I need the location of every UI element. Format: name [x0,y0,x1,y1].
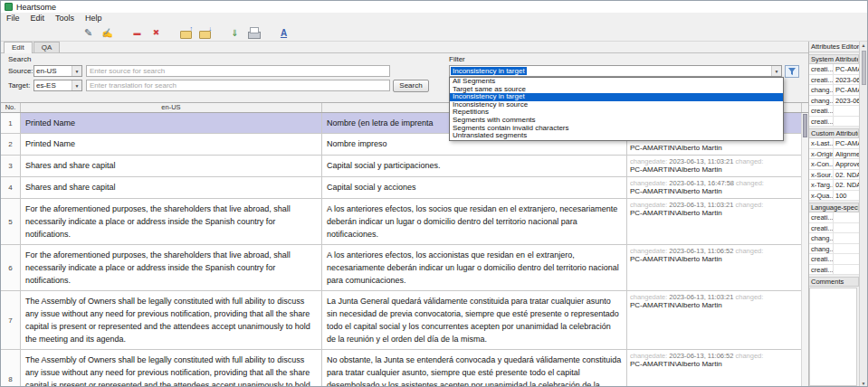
attribute-value: Alignme... [834,149,859,159]
app-icon [5,3,13,11]
changedate-value: 2023-06-13, 11:03:21 [669,201,733,209]
attribute-key: creati... [809,75,834,85]
target-cell[interactable]: A los anteriores efectos, los accionista… [322,245,627,290]
attribute-key: creati... [809,265,834,275]
attribute-row[interactable]: x-Con... Approve... [809,159,859,170]
attribute-row[interactable]: x-Sour... 02. NDA... [809,170,859,181]
table-row[interactable]: 4 Shares and share capital Capital socia… [1,177,808,199]
menu-tools[interactable]: Tools [50,13,80,24]
edit-segment-icon[interactable] [81,25,96,40]
attribute-value [834,106,859,116]
panel-scrollbar[interactable]: ▲ ▼ [859,42,867,387]
row-number: 4 [1,177,21,198]
filter-option[interactable]: Target same as source [450,86,783,94]
export-file-icon[interactable] [227,25,243,40]
source-cell[interactable]: For the aforementioned purposes, the sha… [21,245,322,290]
attribute-row[interactable]: chang... 2023-06... [809,96,859,107]
attribute-section: System Attributes creati... PC-AMA... cr… [809,52,859,127]
table-row[interactable]: 6 For the aforementioned purposes, the s… [1,245,808,291]
target-cell[interactable]: A los anteriores efectos, los socios que… [322,199,627,244]
attribute-row[interactable]: creati... [809,254,859,265]
col-header-source[interactable]: en-US [21,103,322,112]
attribute-row[interactable]: creati... 2023-06... [809,75,859,86]
filter-option[interactable]: Segments contain invalid characters [450,125,783,133]
source-cell[interactable]: The Assembly of Owners shall be legally … [21,291,322,349]
target-cell[interactable]: No obstante, la Junta se entenderá convo… [322,350,627,387]
attribute-row[interactable]: creati... [809,117,859,127]
source-cell[interactable]: Shares and share capital [21,177,322,198]
meta-cell: changedate:2023-06-13, 16:47:58changed: … [627,177,802,198]
attribute-key: x-Con... [809,159,834,169]
menu-file[interactable]: File [1,13,25,24]
attribute-key: creati... [809,212,834,222]
changedate-label: changedate: [630,201,667,209]
source-cell[interactable]: The Assembly of Owners shall be legally … [21,350,322,387]
filter-option[interactable]: Inconsistency in source [450,101,783,109]
comments-input[interactable] [809,288,857,386]
target-cell[interactable]: La Junta General quedará válidamente con… [322,291,627,349]
table-row[interactable]: 3 Shares and share capital Capital socia… [1,156,808,177]
print-icon[interactable] [246,25,262,40]
target-lang-select[interactable]: es-ES ▼ [33,80,82,91]
table-row[interactable]: 7 The Assembly of Owners shall be legall… [1,291,808,350]
attribute-row[interactable]: chang... [809,233,859,244]
attribute-row[interactable]: x-Origin Alignme... [809,149,859,160]
attribute-row[interactable]: x-Last... PC-AMA... [809,138,859,149]
menu-bar: FileEditToolsHelp [1,13,867,24]
attribute-key: creati... [809,64,834,74]
source-cell[interactable]: Printed Name [21,113,322,133]
scroll-down-icon[interactable]: ▼ [862,380,866,387]
changed-user: PC-AMARTIN\Alberto Martin [630,301,799,310]
chevron-down-icon[interactable]: ▼ [771,66,781,76]
attribute-row[interactable]: creati... [809,212,859,223]
tab-qa[interactable]: QA [33,42,61,52]
attribute-row[interactable]: x-Targ... 02. NDA... [809,180,859,191]
table-row[interactable]: 5 For the aforementioned purposes, the s… [1,199,808,245]
attribute-row[interactable]: x-Qua... 100 [809,191,859,202]
attribute-key: creati... [809,223,834,233]
search-button[interactable]: Search [393,80,429,92]
attribute-row[interactable]: chang... [809,244,859,255]
font-settings-icon[interactable] [276,25,291,40]
target-search-input[interactable] [86,80,390,91]
target-cell[interactable]: Capital social y participaciones. [322,156,627,176]
scroll-up-icon[interactable]: ▲ [862,42,866,50]
source-cell[interactable]: Shares and share capital [21,156,322,176]
comments-section-header: Comments [809,277,859,287]
attribute-row[interactable]: creati... [809,265,859,276]
attribute-row[interactable]: creati... [809,223,859,234]
source-search-input[interactable] [86,65,390,77]
menu-help[interactable]: Help [80,13,108,24]
chevron-down-icon[interactable]: ▼ [72,66,81,76]
apply-filter-button[interactable] [785,65,799,78]
menu-edit[interactable]: Edit [25,13,51,24]
tab-edit[interactable]: Edit [4,42,33,53]
attribute-row[interactable]: creati... [809,106,859,117]
changed-label: changed: [735,247,763,255]
filter-option[interactable]: Segments with comments [450,117,783,125]
source-lang-select[interactable]: en-US ▼ [33,65,82,77]
filter-select[interactable]: Inconsistency in target ▼ [449,65,782,77]
col-header-no[interactable]: No. [1,103,21,112]
row-number: 7 [1,291,21,349]
filter-option[interactable]: Repetitions [450,109,783,117]
attribute-row[interactable]: chang... PC-AMA... [809,85,859,96]
open-file-icon[interactable] [178,25,194,40]
attribute-key: creati... [809,254,834,264]
panel-scrollbar-thumb[interactable] [862,51,866,85]
chevron-down-icon[interactable]: ▼ [72,80,81,90]
table-scrollbar[interactable] [801,113,808,387]
filter-option[interactable]: Inconsistency in target [450,93,783,101]
save-file-icon[interactable] [197,25,213,40]
source-cell[interactable]: Printed Name [21,134,322,155]
table-scrollbar-thumb[interactable] [803,114,807,137]
target-cell[interactable]: Capital social y acciones [322,177,627,198]
attribute-row[interactable]: creati... PC-AMA... [809,64,859,75]
delete-segment-icon[interactable] [148,25,164,40]
source-cell[interactable]: For the aforementioned purposes, the sha… [21,199,322,244]
approve-segment-icon[interactable] [100,25,115,40]
remove-translation-icon[interactable] [129,25,145,40]
filter-option[interactable]: All Segments [450,78,783,86]
table-row[interactable]: 8 The Assembly of Owners shall be legall… [1,350,808,387]
filter-option[interactable]: Untranslated segments [450,132,783,140]
